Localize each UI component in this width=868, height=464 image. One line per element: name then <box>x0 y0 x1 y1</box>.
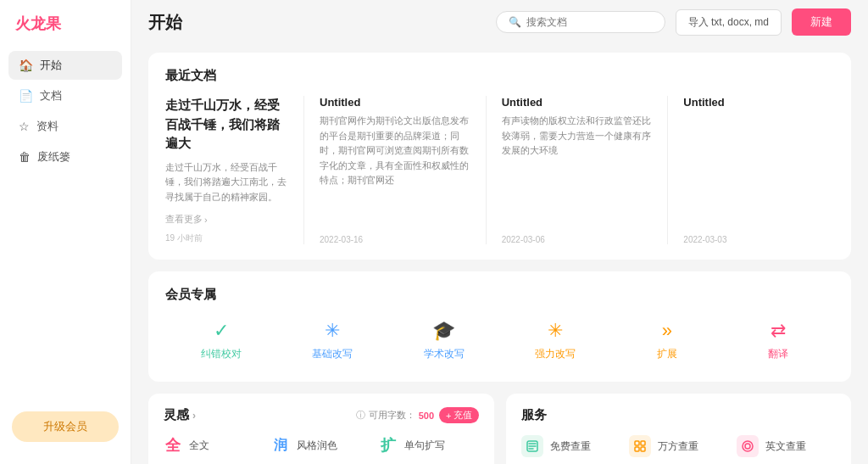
bottom-row: 灵感 › ⓘ 可用字数： 500 + 充值 <box>148 394 851 464</box>
featured-doc-desc: 走过千山万水，经受百战千锤，我们将踏遍大江南北，去寻找属于自己的精神家园。 <box>165 160 288 205</box>
service-card: 服务 免费查重 万方查重 <box>506 394 852 464</box>
style-label: 风格润色 <box>297 439 337 453</box>
doc-icon: 📄 <box>19 89 33 103</box>
doc-item-3[interactable]: Untitled 2022-03-03 <box>683 96 834 244</box>
home-icon: 🏠 <box>19 59 33 72</box>
member-feature-basic-rewrite[interactable]: ✳ 基础改写 <box>277 315 389 366</box>
import-button[interactable]: 导入 txt, docx, md <box>676 9 782 36</box>
fulltext-icon: 全 <box>164 435 182 456</box>
doc-item-3-desc <box>683 114 834 228</box>
member-feature-correct[interactable]: ✓ 纠错校对 <box>165 315 277 366</box>
doc-item-2[interactable]: Untitled 有声读物的版权立法和行政监管还比较薄弱，需要大力营造一个健康有… <box>502 96 653 244</box>
recent-docs-title: 最近文档 <box>165 68 834 84</box>
star-icon: ☆ <box>19 120 30 133</box>
sidebar-item-start-label: 开始 <box>40 58 62 73</box>
featured-doc: 走过千山万水，经受百战千锤，我们将踏遍大 走过千山万水，经受百战千锤，我们将踏遍… <box>165 96 288 244</box>
svg-rect-2 <box>641 441 645 445</box>
linggan-title[interactable]: 灵感 › <box>164 407 196 423</box>
search-input[interactable] <box>526 16 653 28</box>
divider-3 <box>667 96 668 244</box>
svg-rect-5 <box>743 441 753 451</box>
linggan-feature-expand[interactable]: 扩 单句扩写 <box>379 435 478 456</box>
featured-doc-title: 走过千山万水，经受百战千锤，我们将踏遍大 <box>165 96 288 154</box>
header: 开始 🔍 导入 txt, docx, md 新建 <box>131 0 868 44</box>
main-area: 开始 🔍 导入 txt, docx, md 新建 最近文档 走过千山万水，经受百… <box>131 0 868 464</box>
linggan-card: 灵感 › ⓘ 可用字数： 500 + 充值 <box>148 394 494 464</box>
expand-label: 扩展 <box>657 347 677 361</box>
academic-label: 学术改写 <box>424 347 465 361</box>
upgrade-button[interactable]: 升级会员 <box>12 411 119 442</box>
english-check-label: 英文查重 <box>765 439 806 454</box>
correct-icon: ✓ <box>214 320 229 342</box>
search-box[interactable]: 🔍 <box>496 11 665 33</box>
translate-icon: ⇄ <box>771 320 786 342</box>
free-check-icon <box>521 435 543 457</box>
academic-icon: 🎓 <box>432 320 455 342</box>
content-area: 最近文档 走过千山万水，经受百战千锤，我们将踏遍大 走过千山万水，经受百战千锤，… <box>131 44 868 464</box>
translate-label: 翻译 <box>768 347 788 361</box>
doc-item-1-title: Untitled <box>320 96 470 109</box>
svg-rect-3 <box>635 447 639 451</box>
doc-item-2-title: Untitled <box>502 96 653 109</box>
new-button[interactable]: 新建 <box>792 8 851 36</box>
service-wanfang[interactable]: 万方查重 <box>629 435 728 457</box>
sidebar: 火龙果 🏠 开始 📄 文档 ☆ 资料 🗑 废纸篓 升级会员 <box>0 0 131 464</box>
recent-docs-list: 走过千山万水，经受百战千锤，我们将踏遍大 走过千山万水，经受百战千锤，我们将踏遍… <box>165 96 834 244</box>
wanfang-label: 万方查重 <box>658 439 698 454</box>
sidebar-nav: 🏠 开始 📄 文档 ☆ 资料 🗑 废纸篓 <box>0 51 131 403</box>
sidebar-item-materials[interactable]: ☆ 资料 <box>8 112 122 141</box>
linggan-feature-fulltext[interactable]: 全 全文 <box>164 435 263 456</box>
basic-rewrite-label: 基础改写 <box>312 347 353 361</box>
doc-item-3-date: 2022-03-03 <box>683 235 834 244</box>
service-list: 免费查重 万方查重 英文查重 <box>521 435 837 464</box>
free-check-label: 免费查重 <box>550 439 591 454</box>
sidebar-item-trash-label: 废纸篓 <box>37 149 70 165</box>
service-title: 服务 <box>521 407 837 423</box>
recharge-button[interactable]: + 充值 <box>439 407 478 423</box>
featured-doc-time: 19 小时前 <box>165 232 288 244</box>
recent-docs-card: 最近文档 走过千山万水，经受百战千锤，我们将踏遍大 走过千山万水，经受百战千锤，… <box>148 53 851 260</box>
service-free-check[interactable]: 免费查重 <box>521 435 620 457</box>
divider-1 <box>303 96 304 244</box>
english-check-icon <box>737 435 759 457</box>
sidebar-item-trash[interactable]: 🗑 废纸篓 <box>8 143 122 171</box>
doc-item-1-desc: 期刊官网作为期刊论文出版信息发布的平台是期刊重要的品牌渠道；同时，期刊官网可浏览… <box>320 114 470 228</box>
app-logo: 火龙果 <box>0 14 131 51</box>
correct-label: 纠错校对 <box>201 347 242 361</box>
wanfang-icon <box>629 435 651 457</box>
basic-rewrite-icon: ✳ <box>325 320 340 342</box>
doc-item-2-desc: 有声读物的版权立法和行政监管还比较薄弱，需要大力营造一个健康有序发展的大环境 <box>502 114 653 228</box>
search-icon: 🔍 <box>509 16 521 28</box>
expand-sent-icon: 扩 <box>379 435 398 456</box>
member-feature-translate[interactable]: ⇄ 翻译 <box>723 315 835 366</box>
sidebar-item-materials-label: 资料 <box>36 119 58 134</box>
linggan-credits: ⓘ 可用字数： 500 + 充值 <box>356 407 479 423</box>
style-icon: 润 <box>271 437 290 455</box>
svg-rect-4 <box>641 447 645 451</box>
doc-item-2-date: 2022-03-06 <box>502 235 653 244</box>
linggan-feature-style[interactable]: 润 风格润色 <box>271 435 370 456</box>
svg-rect-1 <box>635 441 639 445</box>
info-icon: ⓘ <box>356 409 365 422</box>
member-feature-strong-rewrite[interactable]: ✳ 强力改写 <box>500 315 612 366</box>
linggan-header: 灵感 › ⓘ 可用字数： 500 + 充值 <box>164 407 479 423</box>
sidebar-item-docs[interactable]: 📄 文档 <box>8 81 122 110</box>
linggan-features: 全 全文 润 风格润色 扩 单句扩写 降 降低重复 <box>164 435 479 464</box>
strong-rewrite-icon: ✳ <box>548 320 563 342</box>
doc-item-1-date: 2022-03-16 <box>320 235 470 244</box>
svg-point-6 <box>745 444 750 449</box>
member-title: 会员专属 <box>165 287 834 303</box>
member-features-list: ✓ 纠错校对 ✳ 基础改写 🎓 学术改写 ✳ 强力改写 » 扩展 <box>165 315 834 366</box>
divider-2 <box>486 96 487 244</box>
linggan-chevron-icon: › <box>192 410 196 422</box>
fulltext-label: 全文 <box>189 439 209 453</box>
sidebar-item-docs-label: 文档 <box>40 88 62 103</box>
member-feature-academic[interactable]: 🎓 学术改写 <box>388 315 500 366</box>
sidebar-item-start[interactable]: 🏠 开始 <box>8 51 122 80</box>
see-more-link[interactable]: 查看更多 › <box>165 213 288 226</box>
page-title: 开始 <box>148 11 486 34</box>
member-feature-expand[interactable]: » 扩展 <box>611 315 723 366</box>
service-english-check[interactable]: 英文查重 <box>737 435 836 457</box>
strong-rewrite-label: 强力改写 <box>535 347 576 361</box>
doc-item-1[interactable]: Untitled 期刊官网作为期刊论文出版信息发布的平台是期刊重要的品牌渠道；同… <box>320 96 470 244</box>
